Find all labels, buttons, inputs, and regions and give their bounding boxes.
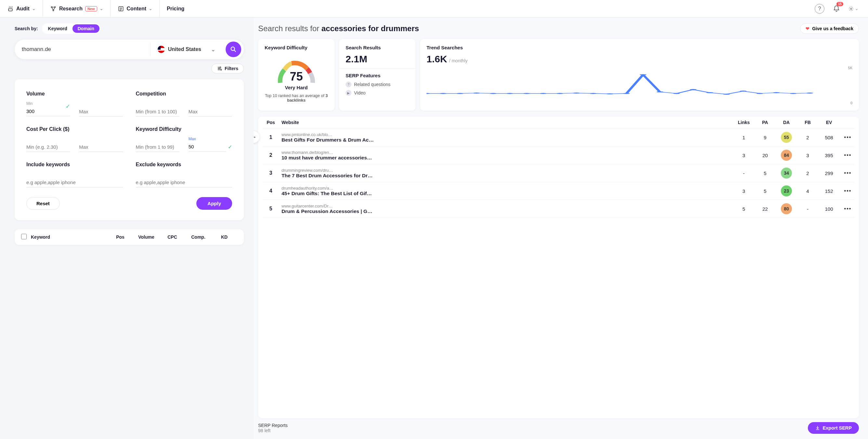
axis-bot: 0 (850, 101, 852, 105)
cell-fb: 2 (799, 170, 817, 176)
question-icon: ? (346, 81, 351, 87)
filters-toggle-label: Filters (225, 66, 238, 71)
country-label: United States (168, 46, 201, 52)
filter-include: Include keywords (26, 162, 123, 188)
pill-keyword[interactable]: Keyword (43, 24, 72, 33)
cell-website: www.pmtonline.co.uk/blo… Best Gifts For … (282, 132, 732, 143)
result-url: www.thomann.de/blog/en… (282, 150, 732, 155)
keyword-table-head: Keyword Pos Volume CPC Comp. KD (21, 234, 237, 240)
country-selector[interactable]: United States ⌄ (150, 43, 222, 56)
cell-pos: 5 (263, 206, 279, 212)
exclude-keywords-input[interactable] (136, 178, 232, 188)
col-pos[interactable]: Pos (107, 234, 133, 240)
head-fb[interactable]: FB (799, 120, 817, 125)
filters-panel: Volume Min ✓ Competition (14, 79, 244, 220)
nav-content[interactable]: Content ⌄ (111, 0, 160, 17)
search-bar: United States ⌄ (14, 40, 244, 59)
col-comp[interactable]: Comp. (185, 234, 211, 240)
nav-pricing-label: Pricing (167, 6, 184, 12)
pill-domain[interactable]: Domain (72, 24, 99, 33)
us-flag-icon (158, 46, 165, 53)
apply-button[interactable]: Apply (196, 197, 232, 210)
reports-label: SERP Reports (258, 423, 288, 428)
serp-features-title: SERP Features (346, 73, 409, 78)
competition-max-input[interactable] (189, 107, 232, 116)
nav-audit[interactable]: Audit ⌄ (0, 0, 43, 17)
pot-icon (7, 5, 14, 12)
svg-point-5 (231, 47, 235, 50)
nav-pricing[interactable]: Pricing (160, 0, 191, 17)
results-table: Pos Website Links PA DA FB EV 1 www.pmto… (258, 116, 859, 418)
row-actions[interactable]: ••• (841, 170, 854, 176)
svg-point-30 (773, 92, 780, 93)
kd-score: 75 (274, 70, 319, 83)
col-volume[interactable]: Volume (133, 234, 159, 240)
row-actions[interactable]: ••• (841, 188, 854, 194)
feat-label: Video (354, 90, 366, 96)
volume-max-input[interactable] (79, 107, 123, 116)
svg-point-15 (523, 93, 530, 94)
domain-search-input[interactable] (22, 46, 150, 53)
nav-research-label: Research (59, 6, 83, 12)
filter-kd: Keyword Difficulty Max ✓ (136, 126, 232, 152)
svg-point-21 (623, 93, 630, 94)
svg-point-0 (51, 6, 52, 7)
notifications-button[interactable]: 15 (832, 4, 841, 14)
include-keywords-input[interactable] (26, 178, 123, 188)
cell-pa: 22 (756, 206, 774, 212)
svg-point-11 (457, 93, 463, 94)
table-row[interactable]: 3 drummingreview.com/dru… The 7 Best Dru… (263, 164, 854, 182)
head-pos[interactable]: Pos (263, 120, 279, 125)
volume-min-input[interactable] (26, 106, 70, 116)
cell-ev: 395 (819, 153, 839, 158)
export-label: Export SERP (823, 425, 852, 431)
cpc-min-input[interactable] (26, 142, 70, 152)
head-ev[interactable]: EV (819, 120, 839, 125)
svg-point-23 (656, 91, 663, 92)
feedback-label: Give us a feedback (812, 26, 854, 31)
col-cpc[interactable]: CPC (159, 234, 185, 240)
kd-max-input[interactable] (189, 142, 226, 151)
max-sublabel: Max (189, 137, 232, 141)
settings-button[interactable]: ⌄ (848, 4, 858, 14)
nav-research[interactable]: Research New ⌄ (43, 0, 111, 17)
col-keyword[interactable]: Keyword (31, 234, 107, 240)
reset-button[interactable]: Reset (26, 197, 60, 210)
cell-fb: 3 (799, 153, 817, 158)
cell-ev: 152 (819, 188, 839, 194)
top-nav: Audit ⌄ Research New ⌄ Content ⌄ Pricing… (0, 0, 868, 18)
trend-chart: 5K 0 (427, 66, 852, 105)
kd-min-input[interactable] (136, 142, 180, 152)
row-actions[interactable]: ••• (841, 134, 854, 140)
search-button[interactable] (226, 41, 241, 57)
result-title: 10 must have drummer accessories… (282, 155, 732, 161)
row-actions[interactable]: ••• (841, 152, 854, 158)
competition-min-input[interactable] (136, 107, 180, 116)
cpc-max-input[interactable] (79, 142, 123, 152)
cell-website: www.thomann.de/blog/en… 10 must have dru… (282, 150, 732, 161)
head-website[interactable]: Website (282, 120, 732, 125)
help-button[interactable]: ? (815, 4, 825, 14)
table-row[interactable]: 5 www.guitarcenter.com/Dr… Drum & Percus… (263, 200, 854, 218)
cell-pos: 2 (263, 152, 279, 158)
cell-links: - (734, 170, 753, 176)
head-da[interactable]: DA (777, 120, 796, 125)
filters-toggle[interactable]: Filters (211, 64, 244, 73)
cell-pa: 20 (756, 153, 774, 158)
cpc-label: Cost Per Click ($) (26, 126, 123, 132)
select-all-checkbox[interactable] (21, 234, 27, 239)
head-pa[interactable]: PA (756, 120, 774, 125)
col-kd[interactable]: KD (211, 234, 237, 240)
feedback-button[interactable]: ❤ Give us a feedback (800, 23, 859, 34)
row-actions[interactable]: ••• (841, 206, 854, 212)
title-prefix: Search results for (258, 24, 321, 33)
table-row[interactable]: 4 drumheadauthority.com/a… 45+ Drum Gift… (263, 182, 854, 200)
cell-ev: 299 (819, 170, 839, 176)
table-row[interactable]: 1 www.pmtonline.co.uk/blo… Best Gifts Fo… (263, 129, 854, 146)
table-row[interactable]: 2 www.thomann.de/blog/en… 10 must have d… (263, 146, 854, 164)
cell-links: 5 (734, 206, 753, 212)
head-links[interactable]: Links (734, 120, 753, 125)
export-serp-button[interactable]: Export SERP (808, 422, 859, 434)
svg-point-12 (473, 93, 480, 94)
search-results-card: Search Results 2.1M SERP Features ? Rela… (339, 39, 415, 111)
